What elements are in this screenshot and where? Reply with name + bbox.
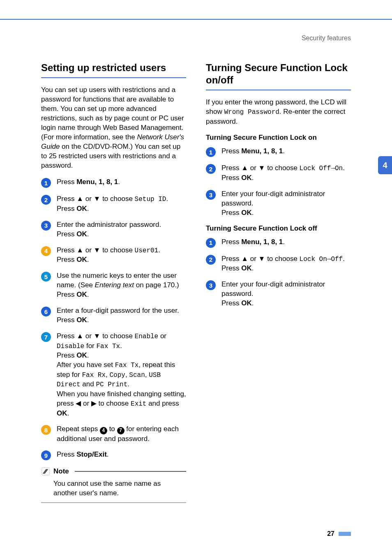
ok-key: OK: [241, 174, 252, 182]
left-column: Setting up restricted users You can set …: [41, 62, 186, 503]
key-seq: , 1, 8, 1: [260, 238, 283, 246]
step-badge: 2: [206, 164, 216, 174]
right-intro: If you enter the wrong password, the LCD…: [206, 98, 351, 126]
intro-text: You can set up users with restrictions a…: [41, 86, 184, 141]
t: Enter your four-digit administrator pass…: [221, 280, 325, 298]
t: .: [120, 342, 122, 350]
mono: Setup ID: [135, 196, 166, 203]
off-step-2: 2 Press ▲ or ▼ to choose Lock On→Off. Pr…: [206, 254, 351, 274]
t: Press: [221, 238, 241, 246]
arrow-up-icon: ▲: [76, 246, 83, 254]
t: .: [283, 147, 285, 155]
t: ,: [125, 371, 129, 379]
note-block: Note You cannot use the same name as ano…: [41, 467, 186, 503]
step-badge-5: 5: [41, 272, 51, 282]
ok-key: OK: [76, 291, 87, 298]
mono: Scan: [129, 372, 145, 379]
arrow-up-icon: ▲: [241, 164, 248, 172]
t: Press: [221, 209, 241, 217]
t: or: [83, 332, 94, 340]
t: .: [283, 238, 285, 246]
t: Press: [57, 178, 76, 186]
mono: Fax Tx: [97, 343, 120, 350]
step-3: 3 Enter the administrator password. Pres…: [41, 220, 186, 239]
t: Press: [57, 230, 76, 238]
step-badge-7: 7: [41, 332, 51, 342]
step-ref-icon: 4: [100, 427, 107, 434]
arrow-right-icon: ▶: [91, 399, 97, 407]
t: .: [343, 255, 345, 263]
t: .: [87, 205, 89, 212]
t: .: [87, 291, 89, 298]
t: to choose: [100, 246, 134, 254]
t: Press: [57, 332, 76, 340]
t: .: [158, 246, 160, 254]
t: Press: [57, 205, 76, 212]
step-6: 6 Enter a four-digit password for the us…: [41, 306, 186, 325]
ok-key: OK: [76, 351, 87, 359]
ok-key: OK: [76, 256, 87, 263]
subhead-on: Turning Secure Function Lock on: [206, 134, 351, 142]
t: .: [87, 316, 89, 324]
step-1: 1 Press Menu, 1, 8, 1.: [41, 178, 186, 188]
ok-key: OK: [241, 299, 252, 307]
mono: Fax Tx: [115, 362, 139, 369]
t: .: [87, 351, 89, 359]
arrow-down-icon: ▼: [94, 195, 101, 203]
t: Press: [57, 316, 76, 324]
t: .: [87, 230, 89, 238]
page-number: 27: [327, 530, 334, 538]
off-step-3: 3 Enter your four-digit administrator pa…: [206, 280, 351, 308]
t: ,: [145, 371, 149, 379]
mono: Fax Rx: [82, 372, 106, 379]
mono: Enable: [135, 333, 159, 340]
t: After you have set: [57, 361, 115, 369]
t: and: [81, 380, 96, 388]
step-7: 7 Press ▲ or ▼ to choose Enable or Disab…: [41, 332, 186, 418]
t: Press: [57, 450, 76, 458]
t: Press: [221, 164, 241, 172]
t: Press: [57, 256, 76, 263]
stop-exit-key: Stop/Exit: [76, 450, 107, 458]
t: Enter your four-digit administrator pass…: [221, 190, 325, 207]
t: or: [158, 332, 166, 340]
left-intro: You can set up users with restrictions a…: [41, 85, 186, 170]
t: Press: [57, 351, 76, 359]
footer-bar: [339, 532, 351, 536]
t: .: [252, 264, 254, 272]
note-label: Note: [53, 467, 69, 476]
t: for: [84, 342, 96, 350]
t: to choose: [100, 195, 134, 203]
arrow-up-icon: ▲: [76, 195, 83, 203]
ok-key: OK: [57, 409, 67, 417]
t: and press: [146, 399, 179, 407]
step-ref-icon: 7: [117, 427, 125, 434]
step-2: 2 Press ▲ or ▼ to choose Setup ID. Press…: [41, 194, 186, 214]
mono: Copy: [109, 372, 125, 379]
t: .: [87, 256, 89, 263]
t: Enter the administrator password.: [57, 221, 161, 229]
t: or: [83, 195, 94, 203]
menu-key: Menu: [241, 238, 259, 246]
note-icon: [41, 467, 50, 476]
note-bottom-rule: [41, 502, 186, 503]
t: .: [118, 178, 120, 186]
arrow-down-icon: ▼: [94, 246, 101, 254]
on-step-1: 1 Press Menu, 1, 8, 1.: [206, 147, 351, 157]
on-steps: 1 Press Menu, 1, 8, 1. 2 Press ▲ or ▼ to…: [206, 147, 351, 217]
t: or: [81, 399, 91, 407]
on-step-3: 3 Enter your four-digit administrator pa…: [206, 189, 351, 218]
arrow-down-icon: ▼: [94, 332, 101, 340]
t: Press: [57, 291, 76, 298]
t: Enter a four-digit password for the user…: [57, 307, 179, 314]
t: Press: [57, 195, 76, 203]
step-4: 4 Press ▲ or ▼ to choose User01. Press O…: [41, 246, 186, 265]
ok-key: OK: [241, 209, 252, 217]
chapter-tab: 4: [378, 156, 392, 174]
left-steps: 1 Press Menu, 1, 8, 1. 2 Press ▲ or ▼ to…: [41, 178, 186, 460]
right-column: Turning Secure Function Lock on/off If y…: [206, 62, 351, 503]
arrow-down-icon: ▼: [258, 164, 265, 172]
t: Press: [221, 299, 241, 307]
ok-key: OK: [76, 316, 87, 324]
t: .: [67, 409, 69, 417]
